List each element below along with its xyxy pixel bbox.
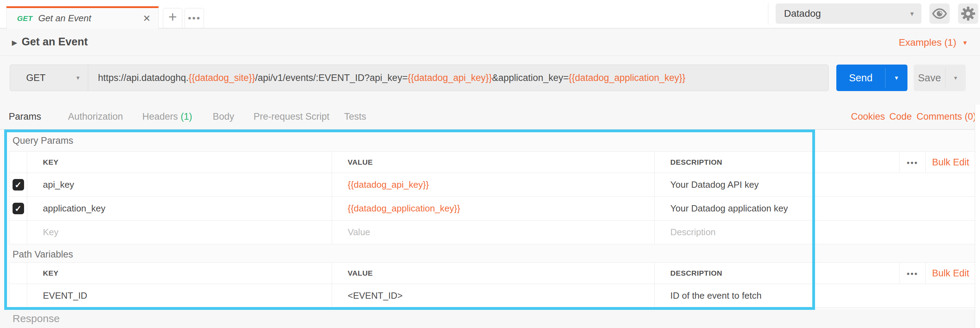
table-row: ✓ application_key {{datadog_application_… bbox=[10, 197, 975, 221]
url-builder-row: GET ▾ https://api.datadoghq.{{datadog_si… bbox=[0, 56, 980, 105]
request-header: ▶ Get an Event Examples (1) ▾ bbox=[0, 29, 980, 56]
save-label: Save bbox=[914, 65, 945, 91]
method-selector[interactable]: GET ▾ bbox=[10, 65, 88, 91]
path-variables-heading: Path Variables bbox=[13, 249, 73, 260]
send-button[interactable]: Send ▾ bbox=[836, 65, 907, 91]
param-key-input[interactable]: EVENT_ID bbox=[34, 284, 87, 307]
column-header-description: DESCRIPTION bbox=[654, 263, 722, 284]
tab-headers[interactable]: Headers(1) bbox=[142, 111, 192, 122]
cookies-link[interactable]: Cookies bbox=[851, 111, 885, 122]
code-link[interactable]: Code bbox=[889, 111, 912, 122]
plus-icon: + bbox=[169, 9, 177, 25]
save-button[interactable]: Save ▾ bbox=[914, 65, 966, 91]
column-divider bbox=[27, 263, 27, 284]
column-divider bbox=[27, 173, 27, 196]
request-method-badge: GET bbox=[17, 14, 33, 23]
query-params-heading: Query Params bbox=[13, 135, 73, 146]
tab-headers-label: Headers bbox=[142, 111, 178, 122]
params-editor: Query Params KEY VALUE DESCRIPTION ●●● B… bbox=[0, 130, 980, 310]
table-header-row: KEY VALUE DESCRIPTION ●●● Bulk Edit bbox=[10, 263, 975, 284]
url-variable: {{datadog_application_key}} bbox=[569, 73, 686, 83]
gear-icon bbox=[961, 6, 976, 21]
save-options-arrow[interactable]: ▾ bbox=[945, 65, 966, 91]
column-divider bbox=[925, 263, 926, 284]
checkmark-icon: ✓ bbox=[15, 180, 22, 190]
chevron-down-icon: ▾ bbox=[963, 38, 967, 47]
headers-count-badge: (1) bbox=[181, 111, 192, 122]
bulk-edit-link[interactable]: Bulk Edit bbox=[932, 152, 969, 173]
column-header-description: DESCRIPTION bbox=[654, 152, 722, 173]
param-value-input[interactable]: {{datadog_api_key}} bbox=[332, 173, 429, 196]
new-tab-button[interactable]: + bbox=[163, 8, 182, 28]
param-key-input[interactable]: application_key bbox=[34, 197, 105, 220]
scrollbar-track[interactable] bbox=[975, 105, 980, 328]
tab-body[interactable]: Body bbox=[213, 111, 234, 122]
param-description-input[interactable]: Your Datadog application key bbox=[654, 197, 788, 220]
ellipsis-icon: ●●● bbox=[188, 15, 201, 22]
environment-selector[interactable]: Datadog ▾ bbox=[776, 3, 921, 24]
url-input[interactable]: https://api.datadoghq.{{datadog_site}}/a… bbox=[88, 65, 828, 91]
column-divider bbox=[27, 221, 27, 244]
topbar-divider bbox=[768, 3, 768, 25]
request-tab[interactable]: GET Get an Event ✕ bbox=[6, 6, 159, 29]
table-row-empty: Key Value Description bbox=[10, 221, 975, 244]
send-label: Send bbox=[836, 65, 885, 91]
tab-pre-request-script[interactable]: Pre-request Script bbox=[253, 111, 329, 122]
request-tab-title: Get an Event bbox=[38, 13, 91, 24]
chevron-down-icon: ▾ bbox=[910, 10, 914, 18]
response-section: Response bbox=[0, 310, 980, 328]
param-description-input[interactable]: Your Datadog API key bbox=[654, 173, 759, 196]
param-value-input[interactable]: Value bbox=[332, 221, 371, 244]
checkmark-icon: ✓ bbox=[15, 204, 22, 213]
chevron-down-icon: ▾ bbox=[76, 74, 80, 82]
more-options-icon[interactable]: ●●● bbox=[899, 263, 925, 284]
column-divider bbox=[27, 152, 27, 173]
close-tab-icon[interactable]: ✕ bbox=[143, 13, 151, 24]
more-tabs-button[interactable]: ●●● bbox=[185, 8, 204, 28]
disclosure-triangle-icon[interactable]: ▶ bbox=[12, 38, 17, 47]
url-segment: /api/v1/events/:EVENT_ID?api_key= bbox=[255, 73, 407, 83]
param-description-input[interactable]: ID of the event to fetch bbox=[654, 284, 762, 307]
more-options-icon[interactable]: ●●● bbox=[899, 152, 925, 173]
param-key-input[interactable]: Key bbox=[34, 221, 59, 244]
column-header-value: VALUE bbox=[332, 263, 373, 284]
param-description-input[interactable]: Description bbox=[654, 221, 716, 244]
environment-name: Datadog bbox=[784, 8, 821, 19]
checkbox-cell: ✓ bbox=[10, 173, 27, 196]
settings-button[interactable] bbox=[958, 3, 978, 24]
url-variable: {{datadog_site}} bbox=[189, 73, 255, 83]
response-heading: Response bbox=[13, 313, 60, 325]
send-options-arrow[interactable]: ▾ bbox=[886, 65, 907, 91]
query-params-table: KEY VALUE DESCRIPTION ●●● Bulk Edit ✓ ap… bbox=[9, 151, 975, 244]
param-key-input[interactable]: api_key bbox=[34, 173, 74, 196]
eye-icon bbox=[932, 8, 947, 19]
row-checkbox-checked[interactable]: ✓ bbox=[13, 179, 24, 191]
bulk-edit-link[interactable]: Bulk Edit bbox=[932, 263, 969, 284]
tab-params[interactable]: Params bbox=[9, 111, 41, 122]
comments-link[interactable]: Comments (0) bbox=[916, 111, 976, 122]
tab-bar: GET Get an Event ✕ + ●●● Datadog ▾ bbox=[0, 0, 980, 29]
table-row: EVENT_ID <EVENT_ID> ID of the event to f… bbox=[10, 284, 975, 308]
request-tabs-row: Params Authorization Headers(1) Body Pre… bbox=[0, 105, 980, 130]
checkbox-cell: ✓ bbox=[10, 197, 27, 220]
request-title: Get an Event bbox=[22, 36, 88, 48]
tab-tests[interactable]: Tests bbox=[344, 111, 366, 122]
table-row: ✓ api_key {{datadog_api_key}} Your Datad… bbox=[10, 173, 975, 197]
url-segment: https://api.datadoghq. bbox=[98, 73, 189, 83]
column-divider bbox=[925, 152, 926, 173]
column-header-value: VALUE bbox=[332, 152, 373, 173]
url-builder: GET ▾ https://api.datadoghq.{{datadog_si… bbox=[10, 65, 829, 91]
environment-quick-look-button[interactable] bbox=[929, 3, 950, 24]
url-segment: &application_key= bbox=[492, 73, 569, 83]
column-header-key: KEY bbox=[34, 152, 59, 173]
column-divider bbox=[27, 284, 27, 307]
column-divider bbox=[27, 197, 27, 220]
param-value-input[interactable]: <EVENT_ID> bbox=[332, 284, 403, 307]
examples-label: Examples (1) bbox=[899, 37, 956, 48]
param-value-input[interactable]: {{datadog_application_key}} bbox=[332, 197, 460, 220]
method-value: GET bbox=[26, 73, 46, 83]
column-header-key: KEY bbox=[34, 263, 59, 284]
examples-dropdown[interactable]: Examples (1) ▾ bbox=[899, 37, 967, 48]
tab-authorization[interactable]: Authorization bbox=[68, 111, 123, 122]
row-checkbox-checked[interactable]: ✓ bbox=[13, 203, 24, 214]
